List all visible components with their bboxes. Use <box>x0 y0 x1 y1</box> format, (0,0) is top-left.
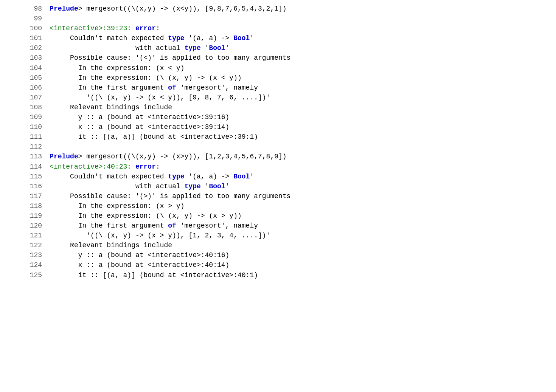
table-row: 109 y :: a (bound at <interactive>:39:16… <box>0 112 556 122</box>
line-content: Couldn't match expected type '(a, a) -> … <box>50 33 556 43</box>
line-number: 118 <box>0 201 50 211</box>
code-span: ' <box>201 183 209 190</box>
table-row: 119 In the expression: (\ (x, y) -> (x >… <box>0 211 556 221</box>
table-row: 99 <box>0 14 556 23</box>
line-number: 116 <box>0 181 50 191</box>
line-number: 122 <box>0 240 50 250</box>
code-span: ' <box>201 44 209 52</box>
table-row: 100<interactive>:39:23: error: <box>0 23 556 33</box>
code-span: In the expression: (x < y) <box>50 64 184 72</box>
code-span: of <box>168 222 176 229</box>
line-content: Relevant bindings include <box>50 240 556 250</box>
line-content: Possible cause: '(<)' is applied to too … <box>50 53 556 63</box>
table-row: 125 it :: [(a, a)] (bound at <interactiv… <box>0 270 556 280</box>
table-row: 112 <box>0 142 556 152</box>
line-content <box>50 142 556 152</box>
table-row: 118 In the expression: (x > y) <box>0 201 556 211</box>
line-content: Prelude> mergesort((\(x,y) -> (x<y)), [9… <box>50 4 556 14</box>
code-span: 'mergesort', namely <box>176 222 258 229</box>
table-row: 120 In the first argument of 'mergesort'… <box>0 221 556 231</box>
table-row: 117 Possible cause: '(>)' is applied to … <box>0 191 556 201</box>
line-number: 102 <box>0 43 50 53</box>
code-span: '(a, a) -> <box>185 34 234 42</box>
line-content <box>50 14 556 23</box>
code-block: 98Prelude> mergesort((\(x,y) -> (x<y)), … <box>0 4 556 280</box>
code-span: In the first argument <box>50 222 168 229</box>
code-span: Relevant bindings include <box>50 242 172 249</box>
table-row: 105 In the expression: (\ (x, y) -> (x <… <box>0 73 556 83</box>
line-content: Prelude> mergesort((\(x,y) -> (x>y)), [1… <box>50 152 556 161</box>
line-number: 119 <box>0 211 50 221</box>
line-number: 117 <box>0 191 50 201</box>
code-span: Couldn't match expected <box>50 173 168 180</box>
code-span: In the expression: (x > y) <box>50 202 184 210</box>
line-content: In the first argument of 'mergesort', na… <box>50 221 556 231</box>
line-number: 113 <box>0 152 50 161</box>
line-number: 101 <box>0 33 50 43</box>
code-span: 'mergesort', namely <box>176 84 258 91</box>
code-span: Prelude <box>50 5 78 12</box>
line-number: 98 <box>0 4 50 14</box>
line-content: Couldn't match expected type '(a, a) -> … <box>50 172 556 181</box>
line-number: 103 <box>0 53 50 63</box>
code-span: with actual <box>50 44 184 52</box>
line-number: 125 <box>0 270 50 280</box>
line-content: Relevant bindings include <box>50 102 556 112</box>
code-span: In the first argument <box>50 84 168 91</box>
table-row: 124 x :: a (bound at <interactive>:40:14… <box>0 260 556 270</box>
table-row: 101 Couldn't match expected type '(a, a)… <box>0 33 556 43</box>
line-number: 124 <box>0 260 50 270</box>
code-span: Relevant bindings include <box>50 104 172 111</box>
code-span: error <box>135 25 156 32</box>
code-span: Bool <box>209 44 225 52</box>
line-number: 100 <box>0 23 50 33</box>
table-row: 104 In the expression: (x < y) <box>0 63 556 73</box>
line-content: '((\ (x, y) -> (x > y)), [1, 2, 3, 4, ..… <box>50 231 556 240</box>
code-span: Possible cause: '(<)' is applied to too … <box>50 54 290 62</box>
code-span: x :: a (bound at <interactive>:39:14) <box>50 123 229 131</box>
table-row: 106 In the first argument of 'mergesort'… <box>0 83 556 93</box>
line-content: x :: a (bound at <interactive>:39:14) <box>50 122 556 132</box>
code-span: <interactive>:40:23: <box>50 163 135 170</box>
line-number: 99 <box>0 14 50 23</box>
line-number: 111 <box>0 132 50 142</box>
code-span: <interactive>:39:23: <box>50 25 135 32</box>
code-span: type <box>168 173 184 180</box>
code-span: '((\ (x, y) -> (x > y)), [1, 2, 3, 4, ..… <box>50 232 270 239</box>
code-span: ' <box>250 34 254 42</box>
code-span: with actual <box>50 183 184 190</box>
table-row: 122 Relevant bindings include <box>0 240 556 250</box>
table-row: 108 Relevant bindings include <box>0 102 556 112</box>
table-row: 113Prelude> mergesort((\(x,y) -> (x>y)),… <box>0 152 556 161</box>
table-row: 111 it :: [(a, a)] (bound at <interactiv… <box>0 132 556 142</box>
line-content: '((\ (x, y) -> (x < y)), [9, 8, 7, 6, ..… <box>50 93 556 102</box>
code-span: Bool <box>209 183 225 190</box>
table-row: 107 '((\ (x, y) -> (x < y)), [9, 8, 7, 6… <box>0 93 556 102</box>
table-row: 121 '((\ (x, y) -> (x > y)), [1, 2, 3, 4… <box>0 231 556 240</box>
code-span: '(a, a) -> <box>185 173 234 180</box>
code-span: type <box>185 44 201 52</box>
code-span: it :: [(a, a)] (bound at <interactive>:3… <box>50 133 258 141</box>
line-content: y :: a (bound at <interactive>:40:16) <box>50 250 556 260</box>
table-row: 98Prelude> mergesort((\(x,y) -> (x<y)), … <box>0 4 556 14</box>
line-content: it :: [(a, a)] (bound at <interactive>:3… <box>50 132 556 142</box>
line-number: 108 <box>0 102 50 112</box>
line-content: In the first argument of 'mergesort', na… <box>50 83 556 93</box>
code-span: ' <box>225 44 230 52</box>
code-span: In the expression: (\ (x, y) -> (x > y)) <box>50 212 242 220</box>
code-span: Bool <box>233 173 250 180</box>
code-span: > mergesort((\(x,y) -> (x>y)), [1,2,3,4,… <box>78 153 287 160</box>
table-row: 114<interactive>:40:23: error: <box>0 162 556 172</box>
line-number: 109 <box>0 112 50 122</box>
code-span: y :: a (bound at <interactive>:39:16) <box>50 113 229 121</box>
line-content: In the expression: (\ (x, y) -> (x > y)) <box>50 211 556 221</box>
line-number: 107 <box>0 93 50 102</box>
line-content: Possible cause: '(>)' is applied to too … <box>50 191 556 201</box>
code-span: ' <box>225 183 230 190</box>
line-content: In the expression: (x > y) <box>50 201 556 211</box>
code-span: Bool <box>233 34 250 42</box>
line-number: 106 <box>0 83 50 93</box>
code-span: In the expression: (\ (x, y) -> (x < y)) <box>50 74 242 82</box>
code-span: of <box>168 84 176 91</box>
code-span: type <box>168 34 184 42</box>
